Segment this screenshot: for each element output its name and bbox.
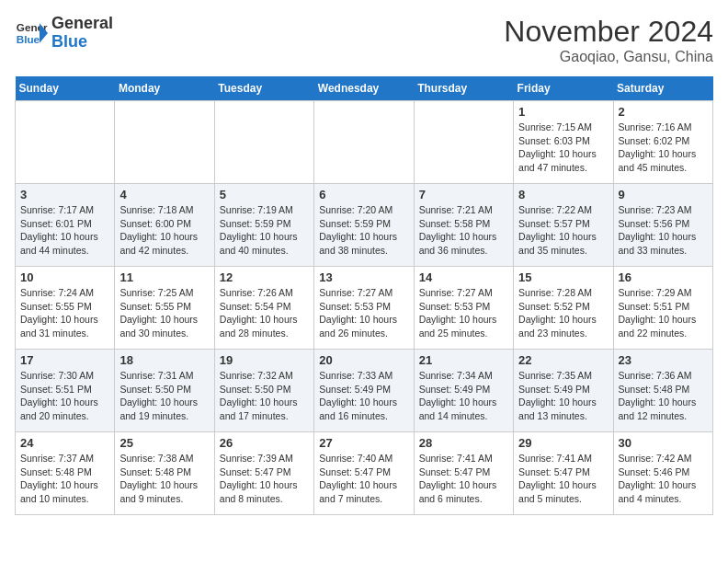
svg-text:Blue: Blue <box>17 33 40 45</box>
calendar-cell: 11Sunrise: 7:25 AM Sunset: 5:55 PM Dayli… <box>115 267 214 350</box>
calendar-cell <box>115 101 214 184</box>
day-number: 30 <box>619 436 708 450</box>
calendar-cell: 12Sunrise: 7:26 AM Sunset: 5:54 PM Dayli… <box>214 267 313 350</box>
day-number: 25 <box>119 436 209 450</box>
day-number: 27 <box>319 436 408 450</box>
day-info: Sunrise: 7:18 AM Sunset: 6:00 PM Dayligh… <box>119 203 209 258</box>
calendar-cell: 29Sunrise: 7:41 AM Sunset: 5:47 PM Dayli… <box>514 432 613 515</box>
calendar-cell <box>214 101 313 184</box>
weekday-header: Thursday <box>414 76 513 101</box>
calendar-cell: 26Sunrise: 7:39 AM Sunset: 5:47 PM Dayli… <box>214 432 313 515</box>
day-number: 3 <box>20 188 109 201</box>
day-number: 14 <box>419 270 508 284</box>
calendar-cell: 21Sunrise: 7:34 AM Sunset: 5:49 PM Dayli… <box>414 350 513 432</box>
day-number: 4 <box>119 188 209 201</box>
calendar-cell: 24Sunrise: 7:37 AM Sunset: 5:48 PM Dayli… <box>16 432 115 515</box>
day-number: 10 <box>20 270 109 284</box>
day-info: Sunrise: 7:23 AM Sunset: 5:56 PM Dayligh… <box>619 203 708 258</box>
day-info: Sunrise: 7:20 AM Sunset: 5:59 PM Dayligh… <box>319 203 408 258</box>
day-info: Sunrise: 7:22 AM Sunset: 5:57 PM Dayligh… <box>518 203 608 258</box>
day-number: 8 <box>518 188 608 201</box>
weekday-header: Monday <box>115 76 214 101</box>
day-info: Sunrise: 7:24 AM Sunset: 5:55 PM Dayligh… <box>20 286 109 340</box>
weekday-header: Wednesday <box>314 76 414 101</box>
calendar-cell: 9Sunrise: 7:23 AM Sunset: 5:56 PM Daylig… <box>613 184 712 267</box>
day-info: Sunrise: 7:33 AM Sunset: 5:49 PM Dayligh… <box>319 369 408 423</box>
calendar-cell <box>314 101 414 184</box>
logo-icon: General Blue <box>15 17 48 50</box>
calendar-cell: 25Sunrise: 7:38 AM Sunset: 5:48 PM Dayli… <box>115 432 214 515</box>
day-number: 16 <box>619 270 708 284</box>
day-info: Sunrise: 7:41 AM Sunset: 5:47 PM Dayligh… <box>518 452 608 506</box>
day-info: Sunrise: 7:26 AM Sunset: 5:54 PM Dayligh… <box>220 286 309 340</box>
page-title: November 2024 <box>504 15 713 49</box>
day-info: Sunrise: 7:30 AM Sunset: 5:51 PM Dayligh… <box>20 369 109 423</box>
calendar-cell: 10Sunrise: 7:24 AM Sunset: 5:55 PM Dayli… <box>16 267 115 350</box>
calendar-cell: 22Sunrise: 7:35 AM Sunset: 5:49 PM Dayli… <box>514 350 613 432</box>
day-number: 19 <box>220 353 309 367</box>
day-info: Sunrise: 7:27 AM Sunset: 5:53 PM Dayligh… <box>419 286 508 340</box>
calendar-cell <box>16 101 115 184</box>
calendar-cell: 13Sunrise: 7:27 AM Sunset: 5:53 PM Dayli… <box>314 267 414 350</box>
day-info: Sunrise: 7:28 AM Sunset: 5:52 PM Dayligh… <box>518 286 608 340</box>
day-info: Sunrise: 7:40 AM Sunset: 5:47 PM Dayligh… <box>319 452 408 506</box>
calendar-cell: 18Sunrise: 7:31 AM Sunset: 5:50 PM Dayli… <box>115 350 214 432</box>
day-info: Sunrise: 7:16 AM Sunset: 6:02 PM Dayligh… <box>619 121 708 175</box>
calendar-cell: 17Sunrise: 7:30 AM Sunset: 5:51 PM Dayli… <box>16 350 115 432</box>
calendar-cell: 19Sunrise: 7:32 AM Sunset: 5:50 PM Dayli… <box>214 350 313 432</box>
weekday-header: Sunday <box>16 76 115 101</box>
calendar-cell: 15Sunrise: 7:28 AM Sunset: 5:52 PM Dayli… <box>514 267 613 350</box>
day-info: Sunrise: 7:38 AM Sunset: 5:48 PM Dayligh… <box>119 452 209 506</box>
day-number: 20 <box>319 353 408 367</box>
day-info: Sunrise: 7:15 AM Sunset: 6:03 PM Dayligh… <box>518 121 608 175</box>
day-number: 23 <box>619 353 708 367</box>
day-number: 29 <box>518 436 608 450</box>
page-header: General Blue General Blue November 2024 … <box>15 15 713 65</box>
calendar-cell: 8Sunrise: 7:22 AM Sunset: 5:57 PM Daylig… <box>514 184 613 267</box>
page-subtitle: Gaoqiao, Gansu, China <box>504 49 713 65</box>
calendar-cell: 23Sunrise: 7:36 AM Sunset: 5:48 PM Dayli… <box>613 350 712 432</box>
day-info: Sunrise: 7:37 AM Sunset: 5:48 PM Dayligh… <box>20 452 109 506</box>
day-info: Sunrise: 7:34 AM Sunset: 5:49 PM Dayligh… <box>419 369 508 423</box>
weekday-header: Saturday <box>613 76 712 101</box>
day-number: 13 <box>319 270 408 284</box>
logo: General Blue General Blue <box>15 15 113 52</box>
day-number: 26 <box>220 436 309 450</box>
day-number: 6 <box>319 188 408 201</box>
calendar-cell: 28Sunrise: 7:41 AM Sunset: 5:47 PM Dayli… <box>414 432 513 515</box>
weekday-header: Friday <box>514 76 613 101</box>
calendar-table: SundayMondayTuesdayWednesdayThursdayFrid… <box>15 76 713 515</box>
day-number: 24 <box>20 436 109 450</box>
day-number: 2 <box>619 105 708 119</box>
day-number: 28 <box>419 436 508 450</box>
calendar-cell: 5Sunrise: 7:19 AM Sunset: 5:59 PM Daylig… <box>214 184 313 267</box>
title-block: November 2024 Gaoqiao, Gansu, China <box>504 15 713 65</box>
day-number: 7 <box>419 188 508 201</box>
day-number: 15 <box>518 270 608 284</box>
day-number: 22 <box>518 353 608 367</box>
day-info: Sunrise: 7:32 AM Sunset: 5:50 PM Dayligh… <box>220 369 309 423</box>
day-number: 1 <box>518 105 608 119</box>
day-info: Sunrise: 7:36 AM Sunset: 5:48 PM Dayligh… <box>619 369 708 423</box>
calendar-cell: 1Sunrise: 7:15 AM Sunset: 6:03 PM Daylig… <box>514 101 613 184</box>
calendar-cell: 30Sunrise: 7:42 AM Sunset: 5:46 PM Dayli… <box>613 432 712 515</box>
day-info: Sunrise: 7:31 AM Sunset: 5:50 PM Dayligh… <box>119 369 209 423</box>
calendar-cell: 27Sunrise: 7:40 AM Sunset: 5:47 PM Dayli… <box>314 432 414 515</box>
calendar-cell: 20Sunrise: 7:33 AM Sunset: 5:49 PM Dayli… <box>314 350 414 432</box>
day-info: Sunrise: 7:41 AM Sunset: 5:47 PM Dayligh… <box>419 452 508 506</box>
day-number: 21 <box>419 353 508 367</box>
logo-text: General Blue <box>51 15 113 52</box>
day-number: 18 <box>119 353 209 367</box>
calendar-header: SundayMondayTuesdayWednesdayThursdayFrid… <box>16 76 713 101</box>
day-info: Sunrise: 7:25 AM Sunset: 5:55 PM Dayligh… <box>119 286 209 340</box>
calendar-cell: 2Sunrise: 7:16 AM Sunset: 6:02 PM Daylig… <box>613 101 712 184</box>
calendar-cell: 6Sunrise: 7:20 AM Sunset: 5:59 PM Daylig… <box>314 184 414 267</box>
day-number: 5 <box>220 188 309 201</box>
calendar-cell: 14Sunrise: 7:27 AM Sunset: 5:53 PM Dayli… <box>414 267 513 350</box>
day-number: 9 <box>619 188 708 201</box>
calendar-cell: 7Sunrise: 7:21 AM Sunset: 5:58 PM Daylig… <box>414 184 513 267</box>
day-number: 12 <box>220 270 309 284</box>
day-number: 17 <box>20 353 109 367</box>
day-number: 11 <box>119 270 209 284</box>
calendar-cell: 3Sunrise: 7:17 AM Sunset: 6:01 PM Daylig… <box>16 184 115 267</box>
